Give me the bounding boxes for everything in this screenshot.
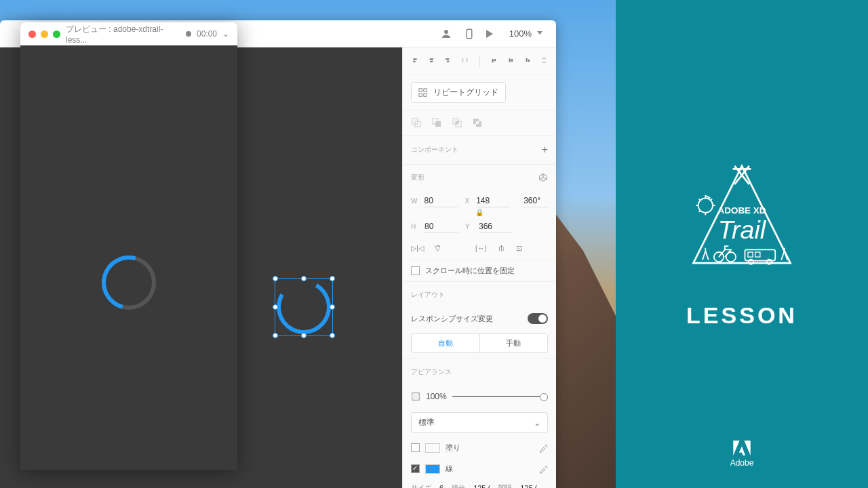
svg-rect-5 xyxy=(542,62,546,63)
stroke-label: 線 xyxy=(446,464,453,474)
svg-rect-1 xyxy=(467,29,472,39)
repeat-grid-label: リピートグリッド xyxy=(433,87,498,98)
lesson-heading: LESSON xyxy=(686,302,797,329)
preview-canvas xyxy=(20,45,237,470)
stroke-size-label: サイズ xyxy=(411,483,431,488)
preview-time: 00:00 xyxy=(197,29,217,39)
stroke-checkbox[interactable] xyxy=(411,464,420,473)
svg-text:Trail: Trail xyxy=(718,216,767,244)
fill-label: 塗り xyxy=(446,443,460,453)
manual-segment-button[interactable]: 手動 xyxy=(480,334,548,352)
align-bottom-icon[interactable] xyxy=(524,56,532,65)
progress-spinner xyxy=(102,256,156,310)
properties-panel: リピートグリッド コンポーネント+ 変形 W X 🔒 H Y xyxy=(402,47,556,488)
svg-rect-6 xyxy=(419,88,422,91)
stroke-dash-value[interactable]: 125.( xyxy=(473,484,490,488)
distribute-v-icon[interactable] xyxy=(540,56,548,65)
rotation-input[interactable] xyxy=(524,195,549,207)
layout-mode-segment: 自動 手動 xyxy=(411,333,548,353)
svg-rect-29 xyxy=(748,252,753,257)
auto-segment-button[interactable]: 自動 xyxy=(412,334,480,352)
x-label: X xyxy=(465,197,469,205)
fix-scroll-label: スクロール時に位置を固定 xyxy=(425,266,515,276)
stroke-eyedropper-icon[interactable] xyxy=(538,464,548,474)
stroke-swatch[interactable] xyxy=(425,464,440,474)
svg-rect-30 xyxy=(755,252,760,257)
align-right-icon[interactable] xyxy=(444,56,452,65)
stroke-gap-value[interactable]: 125.( xyxy=(520,484,537,488)
svg-text:ADOBE XD: ADOBE XD xyxy=(718,205,766,215)
zoom-dropdown[interactable]: 100% xyxy=(504,26,545,41)
constraint-h-icon[interactable]: |↔| xyxy=(475,244,487,253)
adobe-xd-trail-logo: ADOBE XD Trail xyxy=(681,160,803,275)
fill-checkbox[interactable] xyxy=(411,443,420,452)
add-component-button[interactable]: + xyxy=(542,144,548,156)
width-label: W xyxy=(411,197,417,205)
flip-h-icon[interactable]: ▷|◁ xyxy=(411,244,424,253)
align-top-icon[interactable] xyxy=(490,56,498,65)
brand-panel: ADOBE XD Trail LESSON Adobe xyxy=(616,0,868,488)
svg-rect-4 xyxy=(542,58,546,59)
boolean-subtract-icon[interactable] xyxy=(431,117,442,128)
selected-circle-object[interactable] xyxy=(275,278,333,336)
layout-section-label: レイアウト xyxy=(411,290,445,300)
svg-rect-8 xyxy=(419,93,422,96)
svg-rect-3 xyxy=(466,58,467,62)
svg-rect-9 xyxy=(424,93,427,96)
align-middle-icon[interactable] xyxy=(507,56,515,65)
boolean-exclude-icon[interactable] xyxy=(472,117,483,128)
preview-dropdown-icon[interactable]: ⌄ xyxy=(222,29,229,39)
transform-section-label: 変形 xyxy=(411,173,425,182)
boolean-add-icon[interactable] xyxy=(411,117,422,128)
lock-icon[interactable]: 🔒 xyxy=(403,209,556,216)
record-icon[interactable] xyxy=(186,31,191,37)
y-input[interactable] xyxy=(479,220,513,233)
fill-swatch[interactable] xyxy=(425,443,440,453)
y-label: Y xyxy=(465,223,472,230)
device-icon[interactable] xyxy=(463,28,475,40)
repeat-grid-button[interactable]: リピートグリッド xyxy=(411,82,506,103)
user-icon[interactable] xyxy=(440,28,452,40)
preview-title: プレビュー : adobe-xdtrail-less... xyxy=(66,24,176,45)
preview-window: プレビュー : adobe-xdtrail-less... 00:00 ⌄ xyxy=(20,22,237,470)
align-left-icon[interactable] xyxy=(411,56,418,65)
component-section-label: コンポーネント xyxy=(411,145,458,155)
stroke-gap-label: 間隔 xyxy=(498,483,512,488)
constraint-v-icon[interactable]: ⫛ xyxy=(498,244,505,253)
height-input[interactable] xyxy=(425,220,458,233)
responsive-label: レスポンシブサイズ変更 xyxy=(411,314,493,324)
adobe-logo: Adobe xyxy=(730,441,754,468)
svg-rect-2 xyxy=(462,58,463,62)
fix-scroll-checkbox[interactable] xyxy=(411,266,420,275)
svg-rect-7 xyxy=(424,88,427,91)
height-label: H xyxy=(411,223,418,230)
constraint-all-icon[interactable]: ⊡ xyxy=(516,244,522,253)
opacity-value[interactable]: 100% xyxy=(426,392,447,401)
opacity-slider[interactable] xyxy=(452,396,548,397)
svg-rect-13 xyxy=(435,121,441,127)
svg-point-0 xyxy=(444,30,448,34)
grid-icon xyxy=(418,88,428,98)
distribute-h-icon[interactable] xyxy=(461,56,469,65)
appearance-section-label: アピアランス xyxy=(411,367,452,377)
blend-mode-select[interactable]: 標準⌄ xyxy=(411,412,548,433)
width-input[interactable] xyxy=(424,195,458,207)
stroke-size-value[interactable]: 6 xyxy=(439,484,443,488)
flip-v-icon[interactable]: ▽̄ xyxy=(435,244,440,253)
opacity-icon xyxy=(411,392,420,401)
preview-titlebar[interactable]: プレビュー : adobe-xdtrail-less... 00:00 ⌄ xyxy=(20,22,237,45)
x-input[interactable] xyxy=(476,195,510,207)
responsive-toggle[interactable] xyxy=(528,313,548,324)
align-center-h-icon[interactable] xyxy=(428,56,435,65)
svg-rect-19 xyxy=(476,121,479,124)
play-icon[interactable] xyxy=(486,30,493,38)
svg-rect-16 xyxy=(456,121,458,124)
stroke-dash-label: 線分 xyxy=(452,483,465,488)
boolean-intersect-icon[interactable] xyxy=(452,117,462,128)
3d-icon[interactable] xyxy=(538,173,548,182)
window-traffic-lights[interactable] xyxy=(28,30,60,38)
adobe-a-icon xyxy=(733,441,751,455)
fill-eyedropper-icon[interactable] xyxy=(538,443,548,453)
